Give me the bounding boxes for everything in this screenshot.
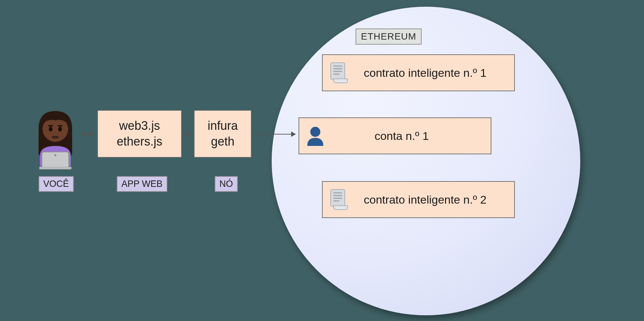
node-box: infura geth <box>194 110 252 158</box>
svg-rect-3 <box>48 125 53 126</box>
svg-rect-5 <box>52 136 59 139</box>
webapp-line1: web3.js <box>119 118 160 134</box>
arrow-node-ethereum <box>253 134 295 135</box>
person-icon <box>305 125 325 147</box>
document-icon <box>329 62 349 84</box>
svg-rect-7 <box>39 167 71 169</box>
node-line2: geth <box>211 134 234 150</box>
node-line1: infura <box>208 118 238 134</box>
webapp-box: web3.js ethers.js <box>97 110 182 158</box>
ethereum-circle <box>272 7 580 315</box>
ethereum-account-1: conta n.º 1 <box>299 117 491 154</box>
ethereum-contract-1: contrato inteligente n.º 1 <box>322 54 515 91</box>
diagram-canvas: ETHEREUM web3.js ethers.j <box>0 0 644 321</box>
arrow-user-webapp <box>82 134 93 135</box>
arrow-webapp-node <box>184 134 191 135</box>
ethereum-contract-2: contrato inteligente n.º 2 <box>322 181 515 218</box>
user-icon <box>29 109 82 169</box>
ethereum-contract-2-label: contrato inteligente n.º 2 <box>356 193 508 206</box>
node-chip: NÓ <box>215 176 238 192</box>
svg-rect-4 <box>58 125 62 126</box>
svg-point-8 <box>54 154 56 156</box>
ethereum-label: ETHEREUM <box>356 29 422 45</box>
svg-point-2 <box>58 127 62 131</box>
document-icon <box>329 189 349 210</box>
webapp-line2: ethers.js <box>117 134 162 150</box>
webapp-chip: APP WEB <box>117 176 167 192</box>
ethereum-account-1-label: conta n.º 1 <box>332 129 485 143</box>
user-chip: VOCÊ <box>39 176 74 192</box>
ethereum-contract-1-label: contrato inteligente n.º 1 <box>356 66 508 79</box>
svg-point-14 <box>310 127 320 137</box>
svg-point-1 <box>49 127 53 131</box>
